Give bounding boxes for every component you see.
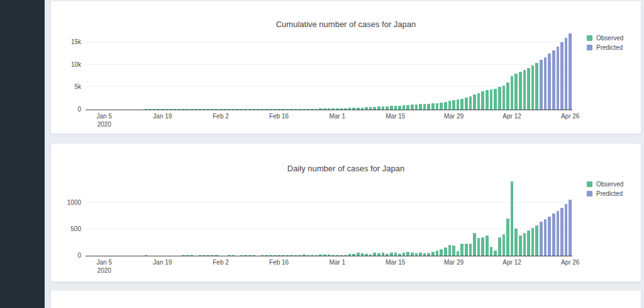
observed-bar[interactable] [323,254,326,256]
observed-bar[interactable] [514,74,518,110]
observed-bar[interactable] [419,104,422,110]
observed-bar[interactable] [311,109,314,110]
observed-bar[interactable] [265,109,268,110]
observed-bar[interactable] [394,253,397,256]
observed-bar[interactable] [452,246,455,256]
observed-bar[interactable] [448,245,452,256]
observed-bar[interactable] [319,254,322,256]
predicted-bar[interactable] [548,217,551,256]
observed-bar[interactable] [369,254,372,256]
observed-bar[interactable] [215,109,218,110]
observed-bar[interactable] [153,109,156,110]
legend-item-predicted[interactable]: Predicted [587,190,623,197]
observed-bar[interactable] [199,255,202,256]
observed-bar[interactable] [290,109,293,110]
observed-bar[interactable] [207,109,210,110]
observed-bar[interactable] [436,251,439,256]
observed-bar[interactable] [315,109,318,110]
observed-bar[interactable] [390,106,393,110]
predicted-bar[interactable] [552,50,555,110]
observed-bar[interactable] [311,255,314,256]
observed-bar[interactable] [477,238,480,256]
observed-bar[interactable] [469,244,472,256]
observed-bar[interactable] [494,89,497,110]
observed-bar[interactable] [452,100,455,110]
observed-bar[interactable] [248,255,252,256]
observed-bar[interactable] [481,91,484,110]
observed-bar[interactable] [215,255,218,256]
observed-bar[interactable] [373,253,376,256]
observed-bar[interactable] [190,109,193,110]
observed-bar[interactable] [294,109,297,110]
observed-bar[interactable] [203,109,206,110]
observed-bar[interactable] [186,255,189,256]
observed-bar[interactable] [244,255,247,256]
observed-bar[interactable] [340,255,343,256]
observed-bar[interactable] [328,108,331,110]
observed-bar[interactable] [402,253,406,256]
observed-bar[interactable] [303,109,306,110]
observed-bar[interactable] [315,255,318,256]
observed-bar[interactable] [194,109,197,110]
predicted-bar[interactable] [544,219,547,256]
observed-bar[interactable] [319,108,322,110]
observed-bar[interactable] [365,254,368,256]
observed-bar[interactable] [402,105,406,110]
observed-bar[interactable] [390,253,393,256]
predicted-bar[interactable] [560,42,564,110]
observed-bar[interactable] [248,109,252,110]
observed-bar[interactable] [323,108,326,110]
observed-bar[interactable] [265,255,268,256]
observed-bar[interactable] [344,108,347,110]
observed-bar[interactable] [182,109,185,110]
observed-bar[interactable] [303,254,306,256]
observed-bar[interactable] [457,100,460,110]
observed-bar[interactable] [232,255,235,256]
observed-bar[interactable] [460,99,464,110]
observed-bar[interactable] [382,253,385,256]
observed-bar[interactable] [307,109,310,110]
observed-bar[interactable] [223,109,226,110]
observed-bar[interactable] [494,251,497,256]
observed-bar[interactable] [269,255,272,256]
observed-bar[interactable] [352,254,355,256]
observed-bar[interactable] [506,219,509,256]
observed-bar[interactable] [406,105,409,110]
observed-bar[interactable] [282,109,285,110]
observed-bar[interactable] [328,254,331,256]
predicted-bar[interactable] [557,211,560,256]
observed-bar[interactable] [344,255,347,256]
observed-bar[interactable] [436,103,439,110]
observed-bar[interactable] [527,68,530,110]
observed-bar[interactable] [207,255,210,256]
observed-bar[interactable] [465,98,468,110]
predicted-bar[interactable] [540,60,543,110]
observed-bar[interactable] [431,252,435,256]
observed-bar[interactable] [257,109,260,110]
predicted-bar[interactable] [557,47,560,110]
observed-bar[interactable] [502,234,506,256]
observed-bar[interactable] [411,253,414,256]
observed-bar[interactable] [460,244,464,256]
observed-bar[interactable] [473,233,476,256]
observed-bar[interactable] [186,109,189,110]
predicted-bar[interactable] [565,204,568,256]
observed-bar[interactable] [161,109,164,110]
predicted-bar[interactable] [540,222,543,256]
observed-bar[interactable] [473,94,476,110]
observed-bar[interactable] [506,83,509,110]
observed-bar[interactable] [228,109,231,110]
observed-bar[interactable] [511,76,514,110]
observed-bar[interactable] [502,86,506,110]
observed-bar[interactable] [481,237,484,256]
observed-bar[interactable] [294,255,297,256]
observed-bar[interactable] [369,107,372,110]
observed-bar[interactable] [290,255,293,256]
observed-bar[interactable] [411,105,414,110]
observed-bar[interactable] [240,255,243,256]
observed-bar[interactable] [382,106,385,110]
observed-bar[interactable] [282,255,285,256]
observed-bar[interactable] [373,107,376,110]
observed-bar[interactable] [415,253,418,256]
observed-bar[interactable] [157,109,160,110]
